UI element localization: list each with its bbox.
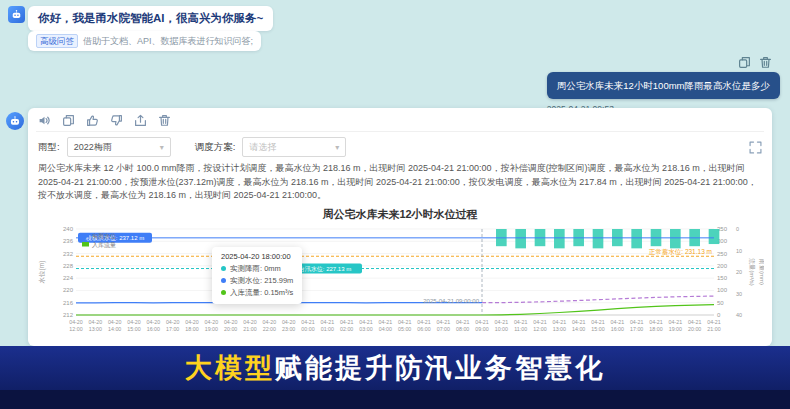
copy-icon[interactable] [738, 56, 751, 69]
chart-canvas[interactable]: 2122162202242282322362400501001502002503… [36, 223, 764, 351]
assistant-greeting-bubble: 你好，我是甬水院智能AI，很高兴为你服务~ [28, 6, 273, 31]
svg-text:正常蓄水位: 231.13 m: 正常蓄水位: 231.13 m [649, 248, 712, 255]
svg-text:15:00: 15:00 [127, 326, 140, 332]
svg-text:04-21: 04-21 [301, 319, 315, 325]
svg-text:236: 236 [63, 238, 74, 244]
dislike-icon[interactable] [110, 114, 123, 127]
svg-text:04-20: 04-20 [263, 319, 277, 325]
svg-text:04-20: 04-20 [243, 319, 257, 325]
svg-text:01:00: 01:00 [321, 326, 334, 332]
svg-text:04-21: 04-21 [707, 319, 721, 325]
svg-text:16:00: 16:00 [611, 326, 624, 332]
bottom-banner: 大模型赋能提升防汛业务智慧化 [0, 346, 790, 390]
svg-text:10:00: 10:00 [495, 326, 508, 332]
svg-text:04-20: 04-20 [185, 319, 199, 325]
robot-icon [8, 114, 22, 128]
svg-text:04-21: 04-21 [456, 319, 470, 325]
svg-text:04-21: 04-21 [611, 319, 625, 325]
svg-text:04-20: 04-20 [205, 319, 219, 325]
svg-text:10: 10 [736, 247, 742, 253]
svg-text:09:00: 09:00 [475, 326, 488, 332]
fullscreen-icon[interactable] [749, 141, 762, 154]
svg-text:04-20: 04-20 [282, 319, 296, 325]
svg-text:08:00: 08:00 [456, 326, 469, 332]
svg-text:0: 0 [717, 312, 721, 318]
svg-text:21:00: 21:00 [243, 326, 256, 332]
svg-text:04-21: 04-21 [475, 319, 489, 325]
svg-text:04-21: 04-21 [591, 319, 605, 325]
svg-text:12:00: 12:00 [533, 326, 546, 332]
svg-text:16:00: 16:00 [147, 326, 160, 332]
svg-text:水位(m): 水位(m) [38, 260, 46, 283]
robot-icon [10, 8, 23, 21]
svg-text:02:00: 02:00 [340, 326, 353, 332]
chart-title: 周公宅水库未来12小时水位过程 [36, 207, 764, 222]
svg-text:20:00: 20:00 [224, 326, 237, 332]
advanced-qa-tag[interactable]: 高级问答 [36, 34, 78, 48]
delete-icon[interactable] [158, 114, 171, 127]
user-message-text: 周公宅水库未来12小时100mm降雨最高水位是多少 [557, 80, 770, 91]
svg-text:2025-04-21 09:00:00: 2025-04-21 09:00:00 [423, 298, 479, 304]
greeting-text: 你好，我是甬水院智能AI，很高兴为你服务~ [38, 11, 263, 26]
svg-text:19:00: 19:00 [205, 326, 218, 332]
export-icon[interactable] [134, 114, 147, 127]
svg-text:04-21: 04-21 [553, 319, 567, 325]
svg-text:04-20: 04-20 [108, 319, 122, 325]
dispatch-plan-select[interactable]: 请选择 ▾ [242, 137, 346, 157]
svg-text:18:00: 18:00 [185, 326, 198, 332]
svg-text:入库流量: 入库流量 [92, 240, 116, 248]
svg-text:13:00: 13:00 [553, 326, 566, 332]
svg-text:21:00: 21:00 [707, 326, 720, 332]
svg-text:228: 228 [63, 262, 74, 268]
advanced-qa-description: 借助于文档、API、数据库表进行知识问答; [83, 35, 253, 48]
svg-text:04-21: 04-21 [533, 319, 547, 325]
svg-text:04-21: 04-21 [649, 319, 663, 325]
svg-text:04-21: 04-21 [572, 319, 586, 325]
assistant-capability-bubble: 高级问答 借助于文档、API、数据库表进行知识问答; [28, 31, 261, 51]
like-icon[interactable] [86, 114, 99, 127]
svg-text:雨量(mm): 雨量(mm) [759, 259, 764, 285]
user-message-actions [738, 56, 772, 69]
svg-text:04-21: 04-21 [340, 319, 354, 325]
svg-text:14:00: 14:00 [572, 326, 585, 332]
svg-text:13:00: 13:00 [89, 326, 102, 332]
svg-text:04-21: 04-21 [379, 319, 393, 325]
svg-text:17:00: 17:00 [166, 326, 179, 332]
svg-text:04-20: 04-20 [166, 319, 180, 325]
svg-text:250: 250 [717, 250, 728, 256]
svg-text:04-21: 04-21 [437, 319, 451, 325]
svg-text:11:00: 11:00 [514, 326, 527, 332]
assistant-response-panel: 雨型: 2022梅雨 ▾ 调度方案: 请选择 ▾ 周公宅水库未来 12 小时 1… [28, 108, 772, 346]
svg-text:150: 150 [717, 275, 728, 281]
voice-icon[interactable] [38, 114, 51, 127]
dispatch-plan-label: 调度方案: [195, 141, 236, 154]
svg-text:04-20: 04-20 [89, 319, 103, 325]
chevron-down-icon: ▾ [335, 143, 339, 152]
svg-text:04-21: 04-21 [417, 319, 431, 325]
water-level-chart: 周公宅水库未来12小时水位过程 212216220224228232236240… [36, 207, 764, 351]
svg-text:04-21: 04-21 [630, 319, 644, 325]
svg-text:40: 40 [736, 312, 742, 318]
rain-type-label: 雨型: [38, 141, 60, 154]
banner-text: 赋能提升防汛业务智慧化 [275, 350, 605, 386]
svg-text:04-20: 04-20 [69, 319, 83, 325]
banner-highlight-text: 大模型 [185, 350, 275, 386]
svg-text:04-20: 04-20 [147, 319, 161, 325]
svg-text:240: 240 [63, 226, 74, 232]
svg-text:224: 224 [63, 275, 74, 281]
svg-text:0: 0 [736, 226, 739, 232]
svg-text:200: 200 [717, 262, 728, 268]
svg-text:05:00: 05:00 [398, 326, 411, 332]
svg-text:220: 220 [63, 287, 74, 293]
svg-text:232: 232 [63, 250, 74, 256]
svg-text:30: 30 [736, 290, 742, 296]
rain-type-select[interactable]: 2022梅雨 ▾ [67, 137, 171, 157]
delete-icon[interactable] [759, 56, 772, 69]
svg-text:18:00: 18:00 [649, 326, 662, 332]
svg-text:17:00: 17:00 [630, 326, 643, 332]
svg-text:实测水位: 实测水位 [92, 231, 116, 238]
svg-text:20: 20 [736, 269, 742, 275]
copy-icon[interactable] [62, 114, 75, 127]
svg-text:00:00: 00:00 [301, 326, 314, 332]
response-toolbar [36, 112, 764, 132]
